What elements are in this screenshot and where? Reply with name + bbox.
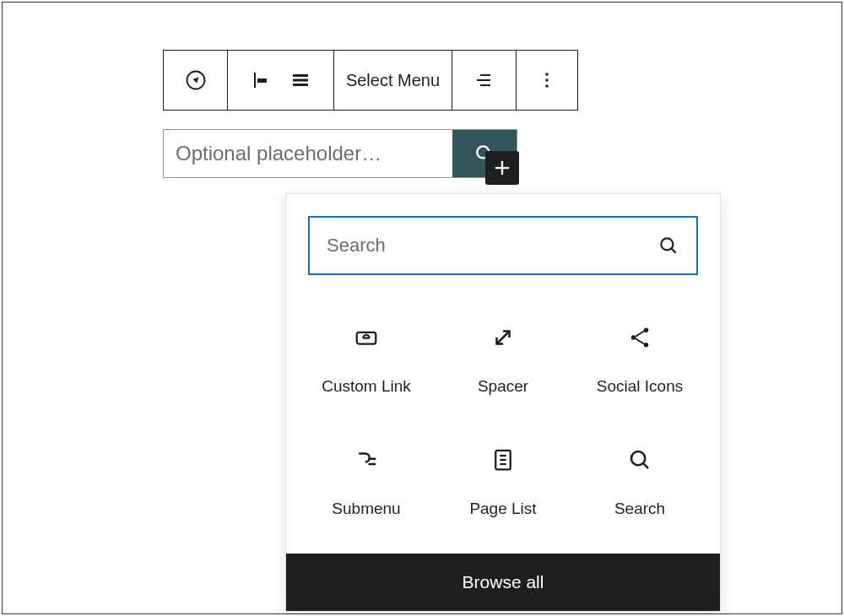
- inserter-search-input[interactable]: [327, 235, 657, 257]
- block-item-custom-link[interactable]: Custom Link: [298, 299, 435, 421]
- block-inserter-popover: Custom Link Spacer Social Icons: [285, 193, 721, 612]
- select-menu-label: Select Menu: [346, 71, 440, 90]
- svg-rect-7: [477, 79, 490, 81]
- search-block: [163, 129, 517, 178]
- block-item-submenu[interactable]: Submenu: [298, 421, 435, 543]
- search-icon: [627, 447, 652, 473]
- more-vertical-icon: [537, 70, 557, 90]
- svg-rect-2: [257, 78, 267, 83]
- editor-canvas: Select Menu: [2, 2, 842, 614]
- block-label: Spacer: [478, 377, 528, 396]
- svg-line-17: [672, 249, 676, 253]
- select-menu-button[interactable]: Select Menu: [334, 51, 452, 110]
- insert-block-button[interactable]: [485, 151, 519, 185]
- svg-rect-4: [293, 79, 308, 82]
- svg-point-9: [545, 73, 549, 76]
- block-toolbar: Select Menu: [163, 50, 578, 111]
- svg-line-24: [636, 338, 644, 343]
- svg-line-32: [643, 463, 648, 468]
- block-item-search[interactable]: Search: [571, 421, 708, 543]
- submenu-icon: [354, 447, 379, 473]
- list-format-button[interactable]: [452, 51, 517, 110]
- inserter-search-wrap: [286, 194, 720, 282]
- svg-rect-5: [293, 84, 308, 86]
- more-options-button[interactable]: [517, 51, 577, 110]
- svg-rect-1: [254, 73, 256, 88]
- svg-point-31: [631, 451, 645, 465]
- block-label: Search: [614, 500, 665, 518]
- block-item-spacer[interactable]: Spacer: [435, 299, 571, 421]
- block-label: Custom Link: [322, 377, 411, 396]
- spacer-icon: [490, 325, 516, 350]
- search-block-input[interactable]: [164, 130, 452, 177]
- svg-line-23: [636, 331, 644, 336]
- browse-all-button[interactable]: Browse all: [286, 554, 720, 611]
- alignment-group: [228, 51, 334, 110]
- block-grid: Custom Link Spacer Social Icons: [286, 282, 720, 554]
- block-item-page-list[interactable]: Page List: [435, 421, 571, 543]
- page-list-icon: [490, 447, 516, 473]
- search-icon: [657, 235, 679, 257]
- svg-point-10: [545, 78, 549, 82]
- link-icon: [354, 325, 379, 350]
- svg-line-19: [497, 331, 510, 343]
- share-icon: [627, 325, 652, 350]
- block-label: Submenu: [332, 500, 400, 518]
- svg-rect-3: [293, 74, 308, 77]
- compass-icon: [184, 68, 208, 92]
- justify-icon[interactable]: [290, 70, 311, 90]
- svg-rect-6: [480, 74, 490, 76]
- svg-point-22: [644, 343, 649, 348]
- browse-all-label: Browse all: [463, 572, 544, 592]
- svg-rect-8: [480, 84, 490, 86]
- svg-point-16: [661, 238, 673, 250]
- block-label: Page List: [469, 500, 536, 518]
- svg-point-21: [631, 335, 636, 340]
- svg-point-11: [545, 84, 549, 88]
- block-item-social-icons[interactable]: Social Icons: [571, 299, 708, 421]
- plus-icon: [490, 156, 514, 180]
- svg-point-20: [644, 327, 649, 332]
- align-left-icon[interactable]: [252, 70, 272, 90]
- navigation-block-selector-button[interactable]: [164, 51, 228, 110]
- list-outdent-icon: [474, 70, 495, 90]
- inserter-search-field[interactable]: [308, 216, 698, 275]
- block-label: Social Icons: [597, 377, 683, 396]
